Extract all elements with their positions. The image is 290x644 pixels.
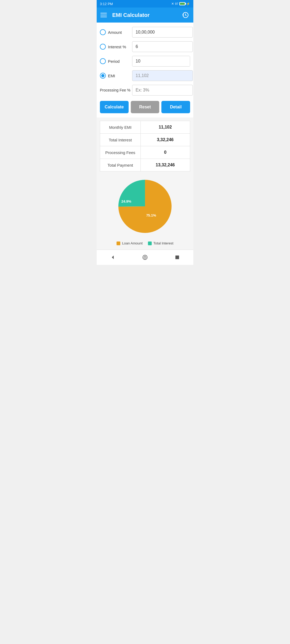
recents-button[interactable] <box>172 253 182 262</box>
emi-radio[interactable] <box>100 73 106 79</box>
detail-button[interactable]: Detail <box>161 101 190 113</box>
interest-row: Interest % <box>100 41 190 52</box>
legend-interest-label: Total Interest <box>153 241 173 245</box>
amount-radio-label[interactable]: Amount <box>100 29 132 35</box>
interest-label: Interest % <box>108 45 126 49</box>
menu-icon[interactable] <box>100 11 108 19</box>
period-radio[interactable] <box>100 58 106 64</box>
legend-loan-label: Loan Amount <box>122 241 143 245</box>
interest-input[interactable] <box>132 41 193 52</box>
teal-percent-label: 24.9% <box>121 199 131 203</box>
processing-fee-input[interactable] <box>132 85 193 96</box>
period-row: Period Years | Months <box>100 56 190 67</box>
home-button[interactable] <box>140 253 150 262</box>
chart-section: 24.9% 75.1% Loan Amount Total Interest <box>97 171 193 250</box>
monthly-emi-value: 11,102 <box>140 121 190 134</box>
amount-row: Amount <box>100 27 190 38</box>
interest-radio-label[interactable]: Interest % <box>100 44 132 50</box>
monthly-emi-label: Monthly EMI <box>100 121 141 134</box>
battery-level: 97 <box>175 2 178 5</box>
emi-label: EMI <box>108 74 115 78</box>
interest-radio[interactable] <box>100 44 106 50</box>
total-payment-row: Total Payment 13,32,246 <box>100 159 190 171</box>
processing-fees-row: Processing Fees 0 <box>100 146 190 159</box>
period-input-wrap: Years | Months <box>132 56 190 67</box>
loan-amount-dot <box>117 241 120 245</box>
pie-chart: 24.9% 75.1% <box>115 177 175 236</box>
svg-marker-1 <box>112 255 114 259</box>
toolbar: EMI Calculator <box>97 8 193 23</box>
svg-point-3 <box>144 256 146 258</box>
status-icons: ✕ 97 ⚡ <box>171 2 190 6</box>
back-button[interactable] <box>108 253 118 262</box>
orange-percent-label: 75.1% <box>146 213 156 217</box>
total-interest-label: Total Interest <box>100 134 141 146</box>
chart-legend: Loan Amount Total Interest <box>117 241 173 245</box>
period-label: Period <box>108 59 119 64</box>
app-title: EMI Calculator <box>112 12 182 18</box>
results-section: Monthly EMI 11,102 Total Interest 3,32,2… <box>97 118 193 171</box>
total-interest-dot <box>148 241 152 245</box>
total-interest-value: 3,32,246 <box>140 134 190 146</box>
form-section: Amount Interest % Period Years | Months <box>97 23 193 118</box>
emi-row: EMI <box>100 70 190 81</box>
status-bar: 3:12 PM ✕ 97 ⚡ <box>97 0 193 8</box>
history-icon[interactable] <box>182 11 190 19</box>
results-table: Monthly EMI 11,102 Total Interest 3,32,2… <box>100 121 190 171</box>
processing-fee-label: Processing Fee % <box>100 88 132 92</box>
emi-input <box>132 70 193 81</box>
total-interest-row: Total Interest 3,32,246 <box>100 134 190 146</box>
emi-radio-label[interactable]: EMI <box>100 73 132 79</box>
pie-svg <box>115 177 175 236</box>
legend-loan-amount: Loan Amount <box>117 241 143 245</box>
calculate-button[interactable]: Calculate <box>100 101 129 113</box>
amount-radio[interactable] <box>100 29 106 35</box>
svg-rect-4 <box>175 255 179 259</box>
processing-fees-label: Processing Fees <box>100 146 141 159</box>
total-payment-label: Total Payment <box>100 159 141 171</box>
svg-point-2 <box>143 255 147 260</box>
total-payment-value: 13,32,246 <box>140 159 190 171</box>
close-icon: ✕ <box>171 2 174 6</box>
period-radio-label[interactable]: Period <box>100 58 132 64</box>
action-buttons: Calculate Reset Detail <box>100 101 190 113</box>
legend-total-interest: Total Interest <box>148 241 173 245</box>
monthly-emi-row: Monthly EMI 11,102 <box>100 121 190 134</box>
processing-fee-row: Processing Fee % <box>100 85 190 96</box>
battery-icon <box>179 2 185 5</box>
reset-button[interactable]: Reset <box>131 101 160 113</box>
time: 3:12 PM <box>100 2 113 6</box>
amount-input[interactable] <box>132 27 193 38</box>
charging-icon: ⚡ <box>186 2 190 6</box>
processing-fees-value: 0 <box>140 146 190 159</box>
amount-label: Amount <box>108 30 122 35</box>
period-input[interactable] <box>132 56 190 66</box>
nav-bar <box>97 250 193 265</box>
